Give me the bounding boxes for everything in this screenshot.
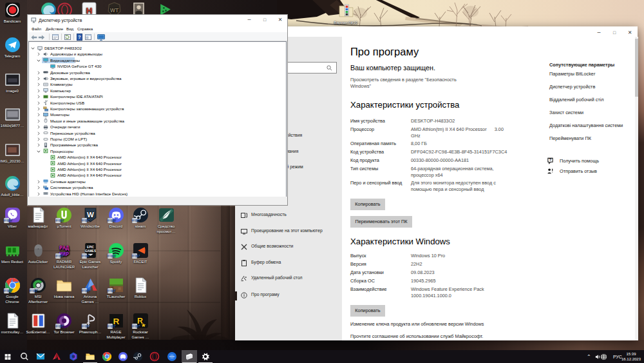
svg-text:WT: WT [110,7,118,14]
svg-text:?: ? [78,35,80,39]
svg-text:GAMES: GAMES [84,250,95,253]
svg-text:?: ? [549,158,552,162]
svg-text:W: W [87,211,94,219]
